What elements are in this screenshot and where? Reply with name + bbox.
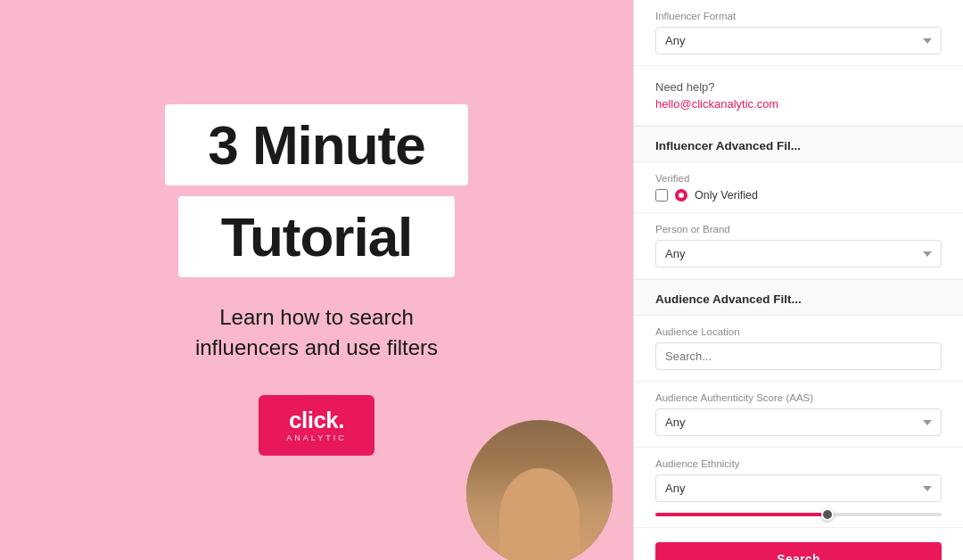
search-button-container: Search — [634, 528, 963, 560]
title-block: 3 Minute Tutorial — [165, 104, 467, 277]
aas-group: Audience Authenticity Score (AAS) Any — [634, 382, 963, 448]
person-or-brand-group: Person or Brand Any Person Brand — [634, 213, 963, 279]
influencer-format-select[interactable]: Any — [655, 27, 942, 54]
verified-row: Only Verified — [655, 189, 942, 202]
title-text-1: 3 Minute — [208, 114, 424, 176]
ethnicity-slider-track — [655, 513, 942, 516]
ethnicity-group: Audience Ethnicity Any — [634, 448, 963, 528]
influencer-advanced-heading: Influencer Advanced Fil... — [634, 126, 963, 162]
subtitle-text: Learn how to searchinfluencers and use f… — [195, 302, 438, 362]
only-verified-label: Only Verified — [695, 189, 758, 202]
ethnicity-label: Audience Ethnicity — [655, 458, 942, 469]
search-button[interactable]: Search — [655, 542, 942, 560]
audience-location-search[interactable] — [655, 342, 942, 370]
verified-filter-group: Verified Only Verified — [634, 162, 963, 213]
aas-select[interactable]: Any — [655, 408, 942, 436]
title-line-2: Tutorial — [178, 196, 456, 277]
title-line-1: 3 Minute — [165, 104, 467, 185]
only-verified-radio[interactable] — [675, 189, 687, 202]
aas-label: Audience Authenticity Score (AAS) — [655, 392, 942, 403]
logo-sub-text: ANALYTIC — [286, 433, 346, 442]
right-panel: Influencer Format Any Need help? hello@c… — [633, 0, 963, 560]
title-text-2: Tutorial — [221, 206, 413, 268]
person-image — [466, 420, 613, 560]
ethnicity-slider-thumb[interactable] — [821, 508, 834, 521]
person-avatar — [464, 417, 615, 560]
influencer-format-group: Influencer Format Any — [634, 0, 963, 66]
audience-location-label: Audience Location — [655, 326, 942, 337]
help-section: Need help? hello@clickanalytic.com — [634, 66, 963, 126]
ethnicity-slider-container — [655, 502, 942, 516]
verified-checkbox[interactable] — [655, 189, 668, 202]
influencer-format-label: Influencer Format — [655, 11, 942, 21]
person-or-brand-select[interactable]: Any Person Brand — [655, 240, 942, 268]
clickanalytic-logo: click. ANALYTIC — [259, 395, 374, 456]
ethnicity-select[interactable]: Any — [655, 474, 942, 502]
logo-main-text: click. — [289, 408, 344, 432]
help-email[interactable]: hello@clickanalytic.com — [655, 97, 942, 111]
ethnicity-slider-fill — [655, 513, 827, 516]
left-panel: 3 Minute Tutorial Learn how to searchinf… — [0, 0, 633, 560]
help-label: Need help? — [655, 80, 942, 94]
verified-label: Verified — [655, 173, 942, 184]
audience-advanced-heading: Audience Advanced Filt... — [634, 279, 963, 316]
audience-location-group: Audience Location — [634, 316, 963, 382]
person-or-brand-label: Person or Brand — [655, 224, 942, 235]
